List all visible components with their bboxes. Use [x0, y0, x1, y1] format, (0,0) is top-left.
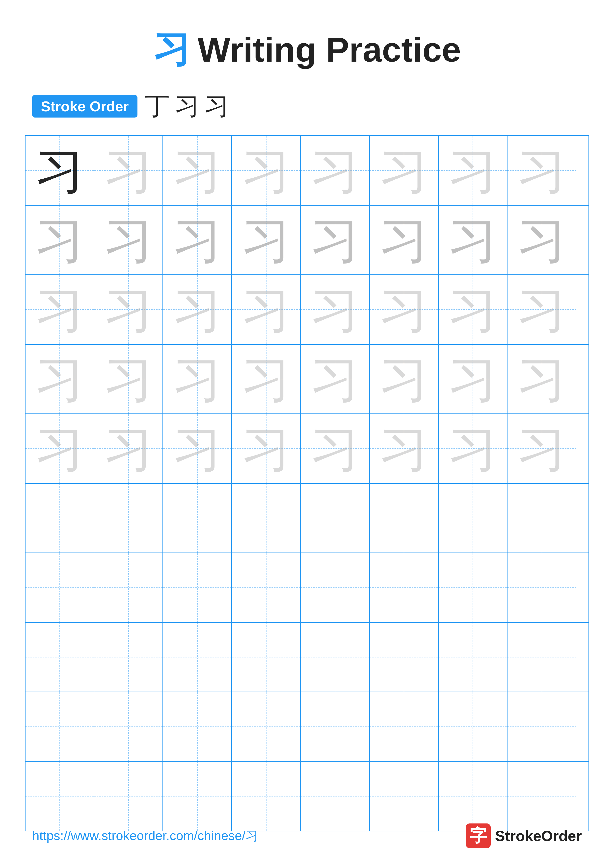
grid-cell[interactable]: 习	[94, 414, 163, 483]
grid-cell[interactable]: 习	[507, 414, 576, 483]
grid-cell[interactable]	[301, 692, 370, 761]
grid-cell[interactable]	[163, 484, 232, 553]
grid-cell[interactable]	[163, 762, 232, 831]
grid-cell[interactable]	[507, 623, 576, 691]
grid-cell[interactable]: 习	[232, 206, 301, 274]
grid-cell[interactable]	[94, 762, 163, 831]
grid-cell[interactable]	[301, 553, 370, 622]
grid-cell[interactable]: 习	[25, 275, 94, 344]
cell-character: 习	[173, 424, 222, 473]
grid-cell[interactable]	[232, 623, 301, 691]
grid-cell[interactable]: 习	[438, 275, 507, 344]
grid-cell[interactable]: 习	[507, 275, 576, 344]
grid-cell[interactable]	[438, 553, 507, 622]
grid-cell[interactable]	[301, 484, 370, 553]
grid-cell[interactable]: 习	[507, 345, 576, 414]
grid-cell[interactable]: 习	[25, 345, 94, 414]
grid-cell[interactable]: 习	[370, 206, 438, 274]
brand-char: 字	[469, 824, 487, 848]
cell-character: 习	[310, 285, 360, 334]
grid-cell[interactable]	[370, 484, 438, 553]
grid-cell[interactable]	[25, 553, 94, 622]
grid-cell[interactable]: 习	[25, 206, 94, 274]
grid-cell[interactable]: 习	[94, 275, 163, 344]
grid-cell[interactable]	[507, 553, 576, 622]
grid-cell[interactable]: 习	[163, 136, 232, 205]
grid-cell[interactable]	[232, 692, 301, 761]
cell-character: 习	[310, 424, 360, 473]
grid-cell[interactable]: 习	[163, 206, 232, 274]
cell-character: 习	[448, 146, 497, 195]
grid-cell[interactable]	[370, 692, 438, 761]
cell-character: 习	[104, 146, 153, 195]
grid-cell[interactable]	[232, 762, 301, 831]
grid-cell[interactable]	[507, 692, 576, 761]
grid-cell[interactable]	[94, 484, 163, 553]
grid-cell[interactable]: 习	[94, 206, 163, 274]
grid-cell[interactable]	[163, 692, 232, 761]
stroke-order-chars: 丁 习 习	[145, 90, 229, 123]
grid-cell[interactable]: 习	[301, 414, 370, 483]
grid-cell[interactable]: 习	[25, 136, 94, 205]
grid-cell[interactable]	[301, 762, 370, 831]
grid-cell[interactable]	[163, 553, 232, 622]
grid-cell[interactable]	[370, 623, 438, 691]
grid-cell[interactable]	[438, 623, 507, 691]
cell-character: 习	[35, 285, 84, 334]
grid-cell[interactable]: 习	[25, 414, 94, 483]
grid-cell[interactable]	[94, 623, 163, 691]
grid-cell[interactable]	[25, 484, 94, 553]
grid-cell[interactable]	[438, 692, 507, 761]
cell-character: 习	[35, 146, 84, 195]
grid-cell[interactable]	[94, 692, 163, 761]
grid-cell[interactable]	[507, 762, 576, 831]
grid-cell[interactable]: 习	[438, 206, 507, 274]
grid-cell[interactable]: 习	[163, 275, 232, 344]
grid-cell[interactable]: 习	[94, 345, 163, 414]
grid-cell[interactable]	[232, 484, 301, 553]
grid-cell[interactable]: 习	[438, 345, 507, 414]
grid-cell[interactable]: 习	[438, 136, 507, 205]
grid-cell[interactable]: 习	[94, 136, 163, 205]
grid-row: 习 习 习 习 习 习 习 习	[25, 136, 589, 206]
grid-cell[interactable]: 习	[370, 414, 438, 483]
grid-cell[interactable]	[163, 623, 232, 691]
grid-cell[interactable]: 习	[232, 136, 301, 205]
grid-cell[interactable]	[370, 762, 438, 831]
grid-cell[interactable]: 习	[370, 345, 438, 414]
grid-cell[interactable]	[438, 484, 507, 553]
cell-character: 习	[379, 285, 429, 334]
cell-character: 习	[35, 354, 84, 404]
grid-cell[interactable]: 习	[301, 206, 370, 274]
grid-cell[interactable]	[25, 692, 94, 761]
grid-cell[interactable]	[370, 553, 438, 622]
grid-cell[interactable]: 习	[301, 345, 370, 414]
stroke-char-3: 习	[204, 90, 229, 123]
grid-cell[interactable]: 习	[301, 136, 370, 205]
grid-cell[interactable]	[301, 623, 370, 691]
cell-character: 习	[379, 146, 429, 195]
grid-cell[interactable]	[25, 762, 94, 831]
cell-character: 习	[517, 285, 567, 334]
grid-cell[interactable]	[507, 484, 576, 553]
grid-cell[interactable]: 习	[163, 414, 232, 483]
grid-cell[interactable]: 习	[163, 345, 232, 414]
grid-cell[interactable]: 习	[507, 136, 576, 205]
cell-character: 习	[104, 424, 153, 473]
grid-cell[interactable]	[438, 762, 507, 831]
footer-url[interactable]: https://www.strokeorder.com/chinese/习	[32, 827, 258, 845]
grid-cell[interactable]: 习	[232, 275, 301, 344]
grid-cell[interactable]: 习	[301, 275, 370, 344]
grid-cell[interactable]: 习	[507, 206, 576, 274]
footer-brand: 字 StrokeOrder	[466, 823, 582, 848]
grid-cell[interactable]	[232, 553, 301, 622]
cell-character: 习	[517, 146, 567, 195]
grid-cell[interactable]: 习	[438, 414, 507, 483]
grid-cell[interactable]: 习	[370, 136, 438, 205]
grid-cell[interactable]	[25, 623, 94, 691]
grid-cell[interactable]	[94, 553, 163, 622]
grid-cell[interactable]: 习	[370, 275, 438, 344]
grid-cell[interactable]: 习	[232, 345, 301, 414]
stroke-char-1: 丁	[145, 90, 169, 123]
grid-cell[interactable]: 习	[232, 414, 301, 483]
